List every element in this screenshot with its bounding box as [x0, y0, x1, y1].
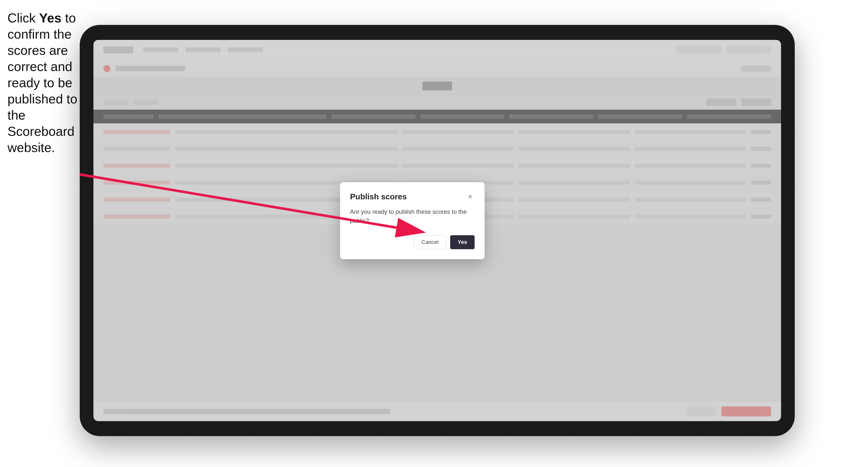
instruction-text: Click Yes to confirm the scores are corr…: [7, 10, 80, 156]
instruction-text-part1: Click: [7, 11, 39, 25]
instruction-bold: Yes: [39, 11, 62, 25]
tablet-screen: Publish scores × Are you ready to publis…: [93, 40, 781, 421]
tablet-device: Publish scores × Are you ready to publis…: [80, 25, 795, 436]
modal-close-button[interactable]: ×: [466, 192, 475, 201]
cancel-button[interactable]: Cancel: [414, 235, 446, 249]
modal-body-text: Are you ready to publish these scores to…: [350, 207, 475, 225]
modal-header: Publish scores ×: [350, 192, 475, 201]
yes-button[interactable]: Yes: [450, 235, 475, 249]
instruction-text-part2: to confirm the scores are correct and re…: [7, 11, 77, 155]
publish-scores-modal: Publish scores × Are you ready to publis…: [340, 182, 485, 259]
modal-title: Publish scores: [350, 192, 407, 201]
modal-footer: Cancel Yes: [350, 235, 475, 249]
modal-overlay: Publish scores × Are you ready to publis…: [93, 40, 781, 421]
